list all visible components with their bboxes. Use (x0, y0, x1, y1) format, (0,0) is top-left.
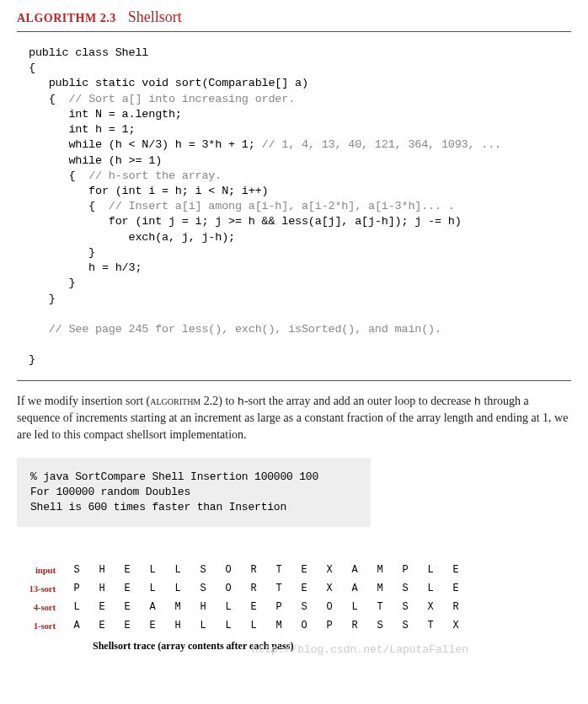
trace-cell: X (317, 579, 342, 598)
code-line: int h = 1; (29, 123, 135, 136)
code-line: } (29, 246, 95, 259)
trace-row: 13-sort P H E L L S O R T E X A M S L E (22, 579, 468, 598)
trace-cell: E (89, 616, 115, 635)
output-line: For 100000 random Doubles (30, 485, 357, 500)
watermark: http://blog.csdn.net/LaputaFallen (252, 643, 468, 656)
trace-cell: E (241, 598, 266, 616)
trace-cell: L (165, 579, 190, 598)
trace-cell: T (266, 561, 291, 579)
trace-cell: L (140, 561, 165, 579)
trace-cell: T (418, 616, 443, 635)
code-line: } (29, 293, 56, 305)
trace-cell: H (89, 561, 115, 579)
trace-cell: P (317, 616, 342, 635)
trace-table: input S H E L L S O R T E X A M P L E 13… (22, 561, 468, 635)
algorithm-label: ALGORITHM 2.3 (17, 12, 116, 24)
code-line: { (29, 169, 88, 182)
code-comment: // h-sort the array. (88, 169, 222, 182)
trace-cell: L (64, 598, 89, 616)
trace-cell: E (89, 598, 115, 616)
trace-cell: E (115, 579, 140, 598)
trace-cell: T (367, 598, 393, 616)
trace-row-label: 13-sort (22, 579, 64, 598)
trace-cell: O (216, 561, 241, 579)
trace-cell: L (216, 616, 241, 635)
divider (17, 380, 571, 381)
trace-cell: O (317, 598, 342, 616)
trace-cell: R (241, 579, 266, 598)
trace-row: 1-sort A E E E H L L L M O P R S S T X (22, 616, 468, 635)
code-line: { (29, 62, 35, 74)
trace-row: 4-sort L E E A M H L E P S O L T S X R (22, 598, 468, 616)
code-line: } (29, 353, 35, 366)
trace-cell: L (165, 561, 190, 579)
trace-cell: L (418, 579, 443, 598)
trace-row-label: 4-sort (22, 598, 64, 616)
trace-cell: P (266, 598, 291, 616)
trace-cell: H (190, 598, 216, 616)
code-line: while (h < N/3) h = 3*h + 1; (29, 138, 262, 151)
body-paragraph: If we modify insertion sort (algorithm 2… (17, 393, 571, 444)
trace-cell: E (443, 579, 468, 598)
code-comment: // Sort a[] into increasing order. (68, 93, 295, 105)
trace-row-label: input (22, 561, 64, 579)
trace-cell: X (418, 598, 443, 616)
trace-cell: S (393, 579, 418, 598)
code-listing: public class Shell { public static void … (17, 40, 571, 373)
trace-cell: S (190, 561, 216, 579)
trace-cell: S (64, 561, 89, 579)
trace-cell: A (64, 616, 89, 635)
trace-cell: H (89, 579, 115, 598)
trace-cell: R (443, 598, 468, 616)
code-line: public class Shell (29, 46, 148, 59)
algorithm-title: Shellsort (128, 8, 182, 25)
smallcaps-ref: algorithm 2.2 (150, 395, 218, 407)
trace-cell: S (190, 579, 216, 598)
trace-cell: L (241, 616, 266, 635)
trace-cell: P (64, 579, 89, 598)
code-line: while (h >= 1) (29, 154, 162, 167)
output-line: Shell is 600 times faster than Insertion (30, 500, 357, 515)
trace-cell: O (291, 616, 317, 635)
trace-cell: X (443, 616, 468, 635)
trace-cell: A (342, 561, 367, 579)
trace-cell: S (291, 598, 317, 616)
trace-section: input S H E L L S O R T E X A M P L E 13… (17, 561, 468, 653)
trace-cell: L (140, 579, 165, 598)
code-line: int N = a.length; (29, 108, 182, 121)
trace-row: input S H E L L S O R T E X A M P L E (22, 561, 468, 579)
trace-cell: L (418, 561, 443, 579)
trace-cell: E (140, 616, 165, 635)
trace-cell: M (367, 561, 393, 579)
trace-cell: S (367, 616, 393, 635)
code-comment: // See page 245 for less(), exch(), isSo… (29, 323, 441, 336)
trace-cell: R (342, 616, 367, 635)
code-line: } (29, 277, 75, 289)
code-line: exch(a, j, j-h); (29, 231, 235, 244)
trace-cell: M (266, 616, 291, 635)
trace-cell: M (367, 579, 393, 598)
code-line: for (int i = h; i < N; i++) (29, 185, 268, 197)
trace-cell: H (165, 616, 190, 635)
code-line: public static void sort(Comparable[] a) (29, 77, 308, 89)
trace-cell: M (165, 598, 190, 616)
trace-cell: X (317, 561, 342, 579)
code-line: { (29, 200, 109, 212)
trace-cell: E (115, 561, 140, 579)
trace-cell: E (115, 598, 140, 616)
trace-cell: T (266, 579, 291, 598)
trace-cell: L (342, 598, 367, 616)
trace-cell: S (393, 616, 418, 635)
trace-cell: E (291, 561, 317, 579)
trace-cell: P (393, 561, 418, 579)
trace-cell: O (216, 579, 241, 598)
terminal-output: % java SortCompare Shell Insertion 10000… (17, 458, 371, 528)
algorithm-header: ALGORITHM 2.3 Shellsort (17, 8, 571, 32)
trace-cell: S (393, 598, 418, 616)
code-comment: // Insert a[i] among a[i-h], a[i-2*h], a… (109, 200, 455, 212)
trace-cell: A (140, 598, 165, 616)
code-line: for (int j = i; j >= h && less(a[j], a[j… (29, 215, 462, 228)
trace-cell: L (216, 598, 241, 616)
code-comment: // 1, 4, 13, 40, 121, 364, 1093, ... (262, 138, 501, 151)
trace-cell: E (443, 561, 468, 579)
